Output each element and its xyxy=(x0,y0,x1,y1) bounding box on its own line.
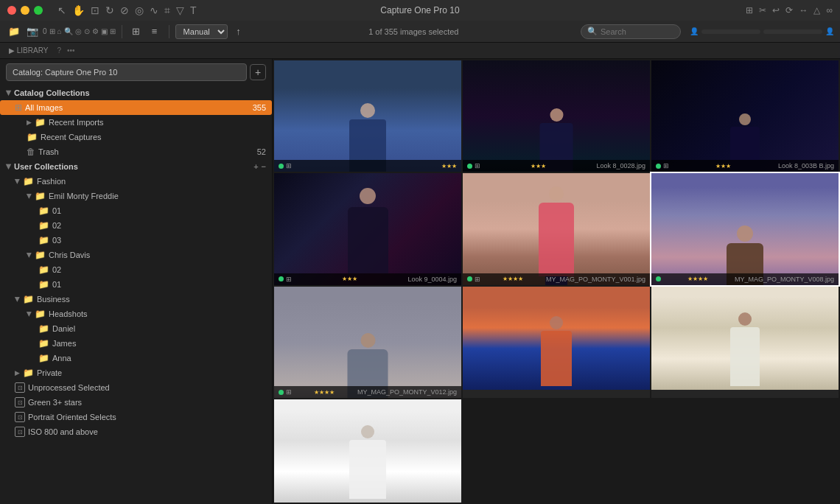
emil-monty-item[interactable]: ▶ 📁 Emil Monty Freddie xyxy=(0,189,272,203)
img-badge: ⊞ xyxy=(475,162,480,169)
text-icon[interactable]: T xyxy=(190,4,197,16)
search-input[interactable] xyxy=(601,27,674,36)
warning-icon[interactable]: △ xyxy=(813,5,820,15)
emil-folder-icon: 📁 xyxy=(35,191,46,201)
share-icon[interactable]: ⊞ xyxy=(746,5,753,15)
gradient-icon[interactable]: ▽ xyxy=(176,4,184,16)
trash-item[interactable]: 🗑 Trash 52 xyxy=(0,144,272,159)
img-indicators: ⊞ xyxy=(279,388,292,396)
image-cell-look1[interactable]: ⊞ ★★★ Look 8_0028.jpg xyxy=(463,60,650,172)
folder-01-icon: 📁 xyxy=(38,206,49,216)
image-cell-monty3[interactable]: ⊞ ★★★★ MY_MAG_PO_MONTY_V012.jpg xyxy=(274,287,461,398)
recent-captures-label: Recent Captures xyxy=(41,133,102,141)
img-stars: ★★★★ xyxy=(687,276,708,282)
back-icon[interactable]: ↩ xyxy=(772,5,780,15)
image-overlay: ⊞ ★★★ xyxy=(274,160,461,172)
img-indicators: ⊞ xyxy=(467,162,480,169)
content-area: ⊞ ★★★ ⊞ ★★★ L xyxy=(273,59,840,504)
add-collection-btn[interactable]: + xyxy=(253,162,258,171)
crop-icon[interactable]: ⊡ xyxy=(91,4,99,16)
image-placeholder xyxy=(651,60,839,172)
recent-imports-item[interactable]: ▶ 📁 Recent Imports xyxy=(0,115,272,130)
folder-02-chris[interactable]: 📁 02 xyxy=(0,262,272,277)
image-cell-monty2-selected[interactable]: ★★★★ MY_MAG_PO_MONTY_V008.jpg xyxy=(651,173,839,284)
fullscreen-button[interactable] xyxy=(34,6,43,15)
zoom-slider[interactable] xyxy=(701,29,760,34)
filename-4: MY_MAG_PO_MONTY_V001.jpg xyxy=(546,276,645,283)
business-group-item[interactable]: ▶ 📁 Business xyxy=(0,292,272,307)
main-toolbar: 📁 📷 0 ⊞ ⌂ 🔍 ◎ ⊙ ⚙ ▣ ⊞ ⊞ ≡ Manual ↑ 1 of … xyxy=(0,21,840,43)
private-group-item[interactable]: ▶ 📁 Private xyxy=(0,365,272,380)
image-overlay: ⊞ ★★★ Look 9_0004.jpg xyxy=(274,273,461,285)
minimize-button[interactable] xyxy=(21,6,29,15)
folder-02-label: 02 xyxy=(52,221,61,230)
wb-icon[interactable]: ◎ xyxy=(135,4,144,16)
private-label: Private xyxy=(37,368,62,377)
info-icon[interactable]: ∞ xyxy=(826,5,833,15)
james-item[interactable]: 📁 James xyxy=(0,336,272,351)
brush-icon[interactable]: ⌗ xyxy=(164,4,170,17)
dot-green xyxy=(467,164,472,169)
iso-800-item[interactable]: ⊡ ISO 800 and above xyxy=(0,424,272,439)
dot-green xyxy=(467,276,472,281)
straighten-icon[interactable]: ⊘ xyxy=(120,4,129,16)
image-cell-partial-left[interactable]: ⊞ ★★★ xyxy=(274,60,461,172)
search-bar[interactable]: 🔍 xyxy=(581,24,681,39)
scissors-icon[interactable]: ✂ xyxy=(759,5,766,15)
image-cell-row3-1[interactable] xyxy=(463,287,650,398)
folder-01-chris[interactable]: 📁 01 xyxy=(0,277,272,292)
portrait-oriented-item[interactable]: ⊡ Portrait Oriented Selects xyxy=(0,410,272,424)
library-label: ▶ LIBRARY xyxy=(6,45,51,56)
daniel-item[interactable]: 📁 Daniel xyxy=(0,321,272,336)
folder-01c-label: 01 xyxy=(52,280,61,289)
list-view-btn[interactable]: ≡ xyxy=(147,24,163,40)
chris-davis-item[interactable]: ▶ 📁 Chris Davis xyxy=(0,248,272,262)
fashion-label: Fashion xyxy=(37,177,66,186)
catalog-dropdown[interactable]: Catalog: Capture One Pro 10 xyxy=(6,63,247,81)
trash-label: Trash xyxy=(38,147,59,156)
fashion-chevron: ▶ xyxy=(14,179,21,184)
secondary-toolbar: ▶ LIBRARY ? ••• xyxy=(0,43,840,59)
add-catalog-btn[interactable]: + xyxy=(250,64,266,80)
sort-select[interactable]: Manual xyxy=(175,24,228,39)
cursor-icon[interactable]: ↖ xyxy=(57,4,66,16)
rotate-icon[interactable]: ↻ xyxy=(105,4,114,16)
lasso-icon[interactable]: ∿ xyxy=(150,4,158,16)
dot-green xyxy=(656,276,661,281)
anna-item[interactable]: 📁 Anna xyxy=(0,351,272,365)
remove-collection-btn[interactable]: − xyxy=(262,162,266,171)
folder-01-emil[interactable]: 📁 01 xyxy=(0,203,272,218)
folder-03-icon: 📁 xyxy=(38,235,49,245)
sort-asc-btn[interactable]: ↑ xyxy=(231,24,247,40)
size-slider[interactable] xyxy=(763,29,822,34)
recent-captures-item[interactable]: 📁 Recent Captures xyxy=(0,130,272,144)
folder-02-emil[interactable]: 📁 02 xyxy=(0,218,272,233)
camera-btn[interactable]: 📷 xyxy=(24,24,41,40)
headshots-item[interactable]: ▶ 📁 Headshots xyxy=(0,307,272,321)
image-cell-look3[interactable]: ⊞ ★★★ Look 9_0004.jpg xyxy=(274,173,461,284)
image-placeholder xyxy=(651,287,839,390)
folder-03-emil[interactable]: 📁 03 xyxy=(0,233,272,248)
anna-icon: 📁 xyxy=(38,353,49,363)
image-cell-row3-2[interactable] xyxy=(651,287,839,398)
image-cell-look2[interactable]: ⊞ ★★★ Look 8_003B B.jpg xyxy=(651,60,839,172)
image-cell-monty1[interactable]: ⊞ ★★★★ MY_MAG_PO_MONTY_V001.jpg xyxy=(463,173,650,284)
user-collections-header[interactable]: ▶ User Collections + − xyxy=(0,159,272,174)
headshots-chevron: ▶ xyxy=(26,312,33,317)
pan-icon[interactable]: ✋ xyxy=(72,4,85,16)
img-stars: ★★★ xyxy=(441,163,457,169)
sync-icon[interactable]: ↔ xyxy=(799,5,808,15)
catalog-collections-header[interactable]: ▶ Catalog Collections xyxy=(0,85,272,100)
fashion-group-item[interactable]: ▶ 📁 Fashion xyxy=(0,174,272,189)
img-stars: ★★★★ xyxy=(503,276,523,282)
refresh-icon[interactable]: ⟳ xyxy=(785,5,793,15)
img-stars: ★★★ xyxy=(342,276,357,282)
green-stars-item[interactable]: ⊡ Green 3+ stars xyxy=(0,395,272,410)
close-button[interactable] xyxy=(7,6,16,15)
grid-view-btn[interactable]: ⊞ xyxy=(128,24,144,40)
unprocessed-selected-item[interactable]: ⊡ Unprocessed Selected xyxy=(0,380,272,395)
image-cell-row3-3[interactable] xyxy=(274,399,461,503)
all-images-item[interactable]: ⊞ All Images 355 xyxy=(0,100,272,115)
folder-btn[interactable]: 📁 xyxy=(6,24,22,40)
dot-green xyxy=(279,164,284,169)
